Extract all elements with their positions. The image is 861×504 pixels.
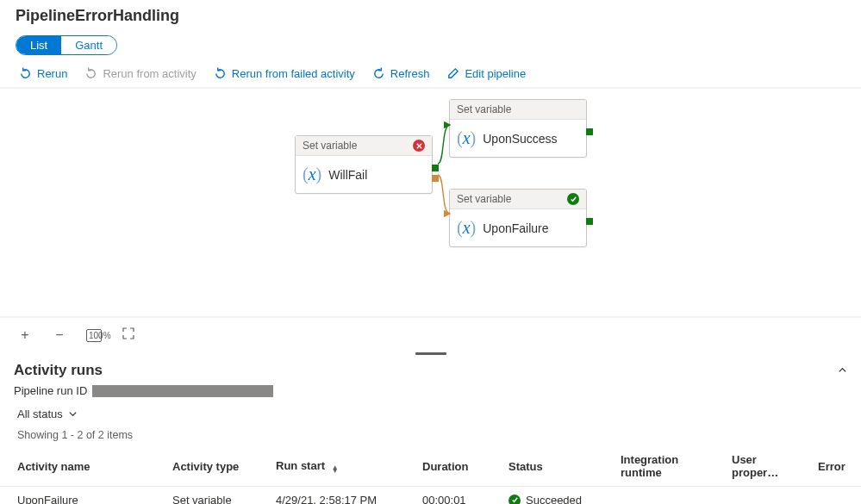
node-type-label: Set variable [303,140,357,152]
success-badge-icon [567,193,579,205]
failure-port[interactable] [432,175,439,182]
variable-icon: (x) [457,218,476,238]
success-port[interactable] [586,128,593,135]
node-type-label: Set variable [457,193,511,205]
col-error[interactable]: Error [809,446,861,487]
page-title: PipelineErrorHandling [0,0,861,30]
fit-screen-button[interactable] [121,327,136,344]
rerun-icon [19,67,32,80]
rerun-button[interactable]: Rerun [19,67,67,80]
col-activity-name[interactable]: Activity name [0,446,164,487]
table-row[interactable]: UponFailureSet variable4/29/21, 2:58:17 … [0,487,861,505]
showing-label: Showing 1 - 2 of 2 items [0,424,861,446]
cell-runtime [612,487,723,505]
cell-error [809,487,861,505]
edit-pipeline-button[interactable]: Edit pipeline [446,67,526,80]
cell-activity-name: UponFailure [0,487,164,505]
run-id-value [92,385,273,397]
run-id-label: Pipeline run ID [14,384,87,397]
cell-user-props [723,487,809,505]
zoom-out-button[interactable]: − [52,327,67,343]
collapse-button[interactable] [838,364,847,377]
cell-duration: 00:00:01 [414,487,500,505]
sort-icon: ▲▼ [332,466,339,473]
variable-icon: (x) [457,128,476,148]
node-uponsuccess[interactable]: Set variable (x) UponSuccess [449,99,587,158]
status-filter[interactable]: All status [17,408,78,420]
rerun-from-activity-button: Rerun from activity [84,67,196,80]
rerun-from-failed-label: Rerun from failed activity [232,67,355,80]
node-uponfailure[interactable]: Set variable (x) UponFailure [449,189,587,247]
rerun-from-failed-button[interactable]: Rerun from failed activity [214,67,355,80]
rerun-label: Rerun [37,67,67,80]
edit-icon [446,67,459,80]
rerun-from-activity-label: Rerun from activity [103,67,196,80]
cell-status: Succeeded [500,487,612,505]
node-willfail[interactable]: Set variable (x) WillFail [295,135,433,194]
cell-activity-type: Set variable [164,487,267,505]
col-run-start[interactable]: Run start ▲▼ [267,446,414,487]
pipeline-canvas[interactable]: Set variable (x) WillFail Set variable (… [0,99,861,314]
chevron-down-icon [68,409,78,419]
tab-gantt[interactable]: Gantt [61,36,116,54]
refresh-button[interactable]: Refresh [372,67,430,80]
tab-list[interactable]: List [16,36,61,54]
col-user-props[interactable]: User proper… [723,446,809,487]
edit-pipeline-label: Edit pipeline [465,67,526,80]
col-integration-runtime[interactable]: Integration runtime [612,446,723,487]
node-name: WillFail [328,168,367,182]
activity-runs-heading: Activity runs [14,362,103,379]
col-activity-type[interactable]: Activity type [164,446,267,487]
view-toggle: List Gantt [16,35,117,55]
error-badge-icon [413,140,425,152]
success-port[interactable] [432,165,439,171]
node-name: UponFailure [483,221,548,235]
rerun-activity-icon [84,67,97,80]
node-name: UponSuccess [483,132,557,146]
cell-run-start: 4/29/21, 2:58:17 PM [267,487,414,505]
node-type-label: Set variable [457,103,511,115]
col-run-start-label: Run start [276,459,325,472]
activity-runs-table: Activity name Activity type Run start ▲▼… [0,446,861,504]
refresh-icon [372,67,385,80]
zoom-in-button[interactable]: + [17,327,33,343]
success-badge-icon [508,495,521,505]
zoom-reset-button[interactable]: 100% [86,329,102,342]
col-duration[interactable]: Duration [414,446,500,487]
toolbar: Rerun Rerun from activity Rerun from fai… [0,60,861,89]
canvas-toolbar: + − 100% [0,316,861,352]
variable-icon: (x) [303,165,321,184]
refresh-label: Refresh [390,67,430,80]
success-port[interactable] [586,218,593,225]
col-status[interactable]: Status [500,446,612,487]
rerun-failed-icon [214,67,227,80]
status-filter-label: All status [17,408,63,420]
